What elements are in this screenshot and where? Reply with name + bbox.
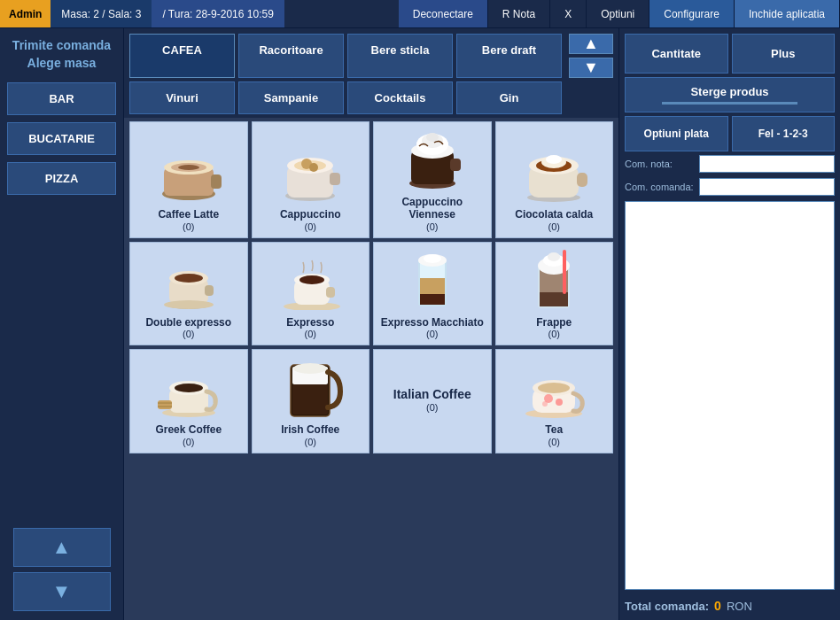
svg-point-36: [299, 275, 324, 284]
cat-tab-cafea[interactable]: CAFEA: [129, 34, 235, 78]
sidebar-up-arrow[interactable]: ▲: [13, 528, 111, 567]
product-expresso[interactable]: Expresso (0): [252, 242, 370, 345]
svg-rect-46: [540, 292, 568, 306]
product-name-greek: Greek Coffee: [155, 423, 222, 436]
com-comanda-row: Com. comanda:: [625, 178, 835, 196]
total-currency: RON: [727, 600, 752, 613]
product-qty-viennese: (0): [426, 221, 438, 232]
plus-button[interactable]: Plus: [732, 34, 836, 74]
product-double-expresso[interactable]: Double expresso (0): [129, 242, 248, 345]
sidebar-title: Trimite comandaAlege masa: [12, 37, 111, 72]
right-top-buttons: Cantitate Plus: [625, 34, 835, 74]
sidebar-arrows: ▲ ▼: [13, 528, 111, 611]
svg-rect-31: [205, 285, 214, 296]
product-name-macchiato: Expresso Macchiato: [381, 316, 484, 329]
product-name-viennese: Cappuccino Viennese: [377, 196, 487, 221]
svg-rect-37: [326, 287, 335, 298]
total-label: Total comanda:: [625, 600, 709, 613]
double-svg: [153, 248, 224, 310]
product-expresso-macchiato[interactable]: Expresso Macchiato (0): [373, 242, 492, 345]
svg-point-11: [309, 163, 318, 172]
r-nota-button[interactable]: R Nota: [488, 0, 550, 27]
down-arrow-icon: ▼: [52, 580, 72, 603]
product-img-viennese: [377, 126, 487, 192]
sidebar-item-bar[interactable]: BAR: [7, 82, 116, 115]
svg-rect-50: [563, 250, 566, 294]
product-caffee-latte[interactable]: Caffee Latte (0): [129, 121, 248, 238]
product-cappuccino[interactable]: Cappuccino (0): [252, 121, 370, 238]
cat-tab-sampanie[interactable]: Sampanie: [238, 81, 344, 114]
product-name-tea: Tea: [545, 423, 563, 436]
cat-tab-cocktails[interactable]: Cocktails: [347, 81, 453, 114]
svg-point-43: [424, 254, 441, 263]
sidebar-item-bucatarie[interactable]: BUCATARIE: [7, 122, 116, 155]
sidebar-item-pizza[interactable]: PIZZA: [7, 162, 116, 195]
product-name-cappuccino: Cappuccino: [280, 208, 341, 221]
total-row: Total comanda: 0 RON: [625, 593, 835, 615]
configurare-button[interactable]: Configurare: [649, 0, 735, 27]
product-img-frappe: [500, 246, 610, 313]
inchide-button[interactable]: Inchide aplicatia: [735, 0, 840, 27]
deconectare-button[interactable]: Deconectare: [399, 0, 488, 27]
admin-badge: Admin: [0, 0, 51, 27]
frappe-svg: [518, 248, 589, 310]
product-name-expresso: Expresso: [286, 316, 334, 329]
expresso-svg: [275, 248, 346, 310]
cat-tab-racoritoare[interactable]: Racoritoare: [238, 34, 344, 78]
up-arrow-icon: ▲: [52, 536, 72, 559]
svg-rect-41: [420, 294, 445, 305]
product-empty-4: [495, 457, 614, 559]
product-qty-macchiato: (0): [426, 329, 438, 339]
cat-down-arrow[interactable]: ▼: [569, 58, 613, 78]
product-greek-coffee[interactable]: Greek Coffee (0): [129, 349, 248, 453]
svg-point-67: [556, 399, 563, 406]
cat-tab-bere-sticla[interactable]: Bere sticla: [347, 34, 453, 78]
category-tabs: CAFEA Racoritoare Bere sticla Bere draft…: [124, 28, 618, 118]
svg-point-32: [164, 300, 214, 309]
product-tea[interactable]: Tea (0): [495, 349, 614, 453]
greek-svg: [153, 356, 224, 418]
product-name-italian: Italian Coffee: [393, 387, 471, 402]
svg-rect-55: [158, 400, 172, 409]
product-qty-greek: (0): [183, 437, 194, 447]
sterge-underline: [662, 102, 797, 105]
svg-point-30: [175, 274, 203, 283]
cat-tab-gin[interactable]: Gin: [456, 81, 562, 114]
product-empty-1: [129, 457, 248, 559]
x-button[interactable]: X: [550, 0, 587, 27]
product-img-greek: [134, 353, 244, 420]
optiuni-button[interactable]: Optiuni: [587, 0, 649, 27]
product-img-latte: [134, 138, 244, 205]
fel-button[interactable]: Fel - 1-2-3: [732, 116, 836, 151]
svg-rect-12: [330, 173, 340, 185]
product-qty-ciocolata: (0): [548, 221, 560, 232]
cat-tab-bere-draft[interactable]: Bere draft: [456, 34, 562, 78]
product-cappuccino-viennese[interactable]: Cappuccino Viennese (0): [373, 121, 492, 238]
product-name-ciocolata: Ciocolata calda: [515, 208, 593, 221]
sidebar-down-arrow[interactable]: ▼: [13, 572, 111, 611]
product-qty-irish: (0): [305, 437, 316, 447]
product-empty-2: [252, 457, 370, 559]
product-italian-coffee[interactable]: Italian Coffee (0): [373, 349, 492, 453]
sidebar: Trimite comandaAlege masa BAR BUCATARIE …: [0, 28, 124, 620]
svg-point-25: [546, 155, 562, 164]
svg-rect-5: [211, 174, 222, 189]
product-qty-italian: (0): [426, 402, 438, 413]
cat-tab-vinuri[interactable]: Vinuri: [129, 81, 235, 114]
cat-up-icon: ▲: [583, 35, 599, 53]
product-qty-tea: (0): [548, 437, 560, 447]
optiuni-plata-button[interactable]: Optiuni plata: [625, 116, 728, 151]
product-irish-coffee[interactable]: Irish Coffee (0): [252, 349, 370, 453]
svg-point-4: [178, 165, 199, 170]
svg-point-68: [542, 401, 548, 407]
svg-rect-26: [577, 173, 587, 187]
cantitate-button[interactable]: Cantitate: [625, 34, 728, 74]
com-comanda-input[interactable]: [699, 178, 835, 196]
cat-up-arrow[interactable]: ▲: [569, 34, 613, 54]
product-ciocolata[interactable]: Ciocolata calda (0): [495, 121, 614, 238]
com-nota-input[interactable]: [699, 155, 835, 173]
svg-rect-40: [420, 278, 445, 294]
product-qty-double: (0): [183, 329, 194, 339]
product-empty-3: [373, 457, 492, 559]
product-frappe[interactable]: Frappe (0): [495, 242, 614, 345]
